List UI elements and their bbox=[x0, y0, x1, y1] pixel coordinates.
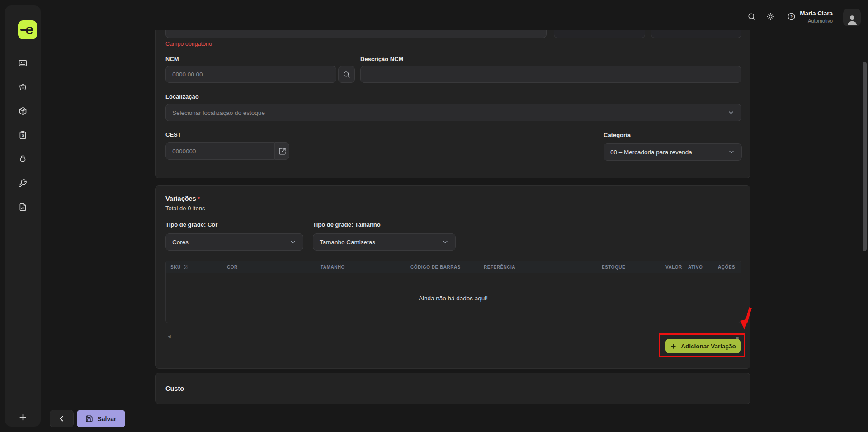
grade-tamanho-label: Tipo de grade: Tamanho bbox=[313, 221, 381, 228]
column-header-referencia: REFERÊNCIA bbox=[484, 265, 602, 270]
svg-text:$: $ bbox=[22, 133, 24, 138]
back-button[interactable] bbox=[50, 410, 74, 427]
categoria-select[interactable]: 00 – Mercadoria para revenda bbox=[604, 143, 742, 161]
chevron-down-icon bbox=[727, 109, 735, 116]
table-header-row: SKU ? COR TAMANHO CÓDIGO DE BARRAS REFER… bbox=[166, 261, 741, 273]
chevron-down-icon bbox=[442, 238, 449, 246]
cest-placeholder: 0000000 bbox=[172, 148, 196, 155]
sidebar-item-id-card-icon[interactable] bbox=[5, 56, 41, 70]
svg-text:?: ? bbox=[790, 14, 792, 19]
ncm-desc-label: Descrição NCM bbox=[360, 56, 403, 62]
theme-toggle-icon[interactable] bbox=[765, 11, 776, 22]
chevron-down-icon bbox=[728, 148, 735, 156]
column-header-acoes: AÇÕES bbox=[718, 265, 741, 270]
cest-input[interactable]: 0000000 bbox=[165, 142, 275, 160]
column-header-tamanho: TAMANHO bbox=[321, 265, 410, 270]
scroll-left-arrow[interactable]: ◀ bbox=[167, 334, 171, 339]
sidebar-item-wrench-icon[interactable] bbox=[5, 176, 41, 190]
grade-cor-label: Tipo de grade: Cor bbox=[165, 221, 217, 228]
column-header-valor: VALOR bbox=[665, 265, 688, 270]
grade-cor-select[interactable]: Cores bbox=[165, 233, 303, 251]
add-variation-button[interactable]: Adicionar Variação bbox=[665, 339, 741, 353]
variacoes-card: Variações* Total de 0 itens Tipo de grad… bbox=[155, 185, 750, 369]
grade-cor-value: Cores bbox=[172, 239, 189, 246]
ncm-search-button[interactable] bbox=[338, 66, 355, 83]
app-window: e $ bbox=[0, 0, 868, 432]
sidebar-item-package-icon[interactable] bbox=[5, 104, 41, 118]
svg-text:?: ? bbox=[185, 266, 187, 268]
ncm-placeholder: 0000.00.00 bbox=[172, 71, 203, 78]
variacoes-title: Variações* bbox=[165, 195, 200, 202]
sidebar-item-invoice-icon[interactable]: $ bbox=[5, 128, 41, 142]
help-circle-icon: ? bbox=[183, 264, 189, 270]
chevron-left-icon bbox=[58, 415, 66, 423]
cutoff-input-wide[interactable] bbox=[165, 30, 547, 38]
search-icon[interactable] bbox=[746, 11, 757, 22]
user-name[interactable]: Maria Clara bbox=[800, 10, 833, 17]
table-empty-state: Ainda não há dados aqui! bbox=[166, 273, 741, 323]
column-header-ativo: ATIVO bbox=[688, 265, 718, 270]
column-header-sku: SKU ? bbox=[170, 264, 227, 270]
sidebar: e $ bbox=[5, 5, 41, 427]
categoria-label: Categoria bbox=[604, 132, 631, 138]
fiscal-card: Campo obrigatório NCM 0000.00.00 Descriç… bbox=[155, 30, 750, 178]
grade-tamanho-value: Tamanho Camisetas bbox=[320, 239, 375, 246]
chevron-down-icon bbox=[289, 238, 297, 246]
logo-bar bbox=[20, 29, 27, 31]
required-asterisk: * bbox=[198, 195, 200, 202]
ncm-label: NCM bbox=[165, 56, 179, 62]
cest-label: CEST bbox=[165, 131, 181, 138]
localizacao-label: Localização bbox=[165, 93, 199, 100]
sidebar-item-report-icon[interactable] bbox=[5, 200, 41, 214]
column-header-estoque: ESTOQUE bbox=[602, 265, 665, 270]
save-button[interactable]: Salvar bbox=[77, 410, 125, 427]
custo-card: Custo bbox=[155, 373, 750, 404]
variations-table: SKU ? COR TAMANHO CÓDIGO DE BARRAS REFER… bbox=[165, 261, 741, 323]
localizacao-placeholder: Selecionar localização do estoque bbox=[172, 109, 265, 116]
cutoff-input-small-2[interactable] bbox=[651, 30, 741, 38]
cest-external-link-button[interactable] bbox=[275, 142, 289, 160]
custo-title: Custo bbox=[165, 385, 184, 392]
save-icon bbox=[85, 415, 93, 423]
localizacao-select[interactable]: Selecionar localização do estoque bbox=[165, 104, 741, 121]
vertical-scrollbar-thumb[interactable] bbox=[863, 62, 867, 251]
avatar[interactable] bbox=[843, 9, 861, 26]
cutoff-input-small-1[interactable] bbox=[554, 30, 645, 38]
required-error-text: Campo obrigatório bbox=[165, 41, 212, 47]
grade-tamanho-select[interactable]: Tamanho Camisetas bbox=[313, 233, 456, 251]
categoria-value: 00 – Mercadoria para revenda bbox=[610, 149, 692, 156]
ncm-desc-input[interactable] bbox=[360, 66, 741, 83]
column-header-cor: COR bbox=[227, 265, 321, 270]
user-role: Automotivo bbox=[808, 18, 833, 24]
help-icon[interactable]: ? bbox=[786, 11, 797, 22]
sidebar-item-basket-icon[interactable] bbox=[5, 80, 41, 94]
sidebar-item-money-bag-icon[interactable] bbox=[5, 152, 41, 166]
variacoes-total: Total de 0 itens bbox=[165, 205, 205, 212]
plus-icon bbox=[670, 343, 677, 350]
ncm-input[interactable]: 0000.00.00 bbox=[165, 66, 336, 83]
app-logo[interactable]: e bbox=[18, 20, 37, 39]
column-header-codigo-de-barras: CÓDIGO DE BARRAS bbox=[410, 265, 484, 270]
sidebar-add-button[interactable] bbox=[5, 410, 41, 424]
